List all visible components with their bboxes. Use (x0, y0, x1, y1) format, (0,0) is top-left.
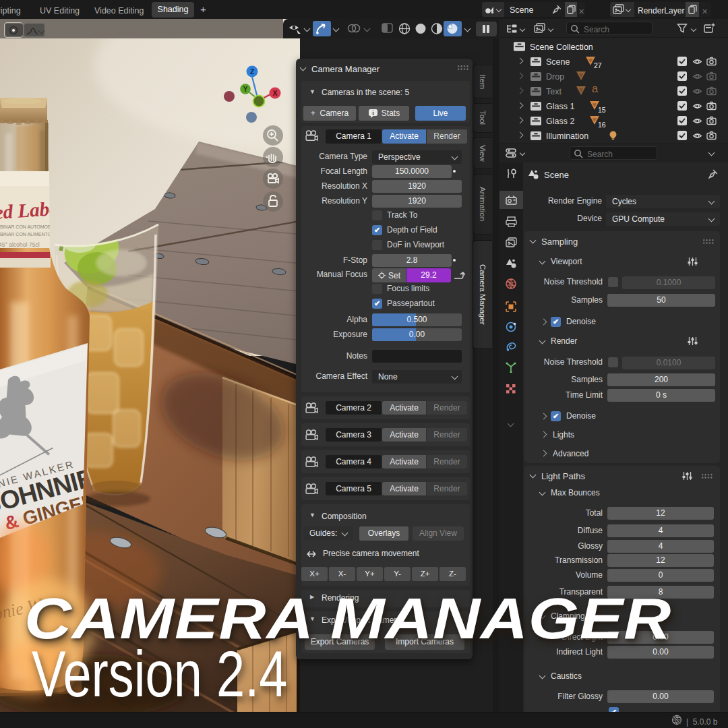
svg-text:BINAR CON AUTOMOB: BINAR CON AUTOMOB (0, 224, 51, 229)
svg-text:45° alcohol·75cl: 45° alcohol·75cl (0, 241, 40, 248)
svg-text:ed Labe: ed Labe (0, 198, 59, 224)
svg-text:X: X (273, 90, 278, 97)
svg-text:Y: Y (243, 86, 248, 93)
svg-text:BINAR CON ALIMENTO: BINAR CON ALIMENTO (0, 232, 52, 237)
svg-text:Z: Z (250, 68, 254, 75)
svg-text:i: i (372, 110, 374, 117)
